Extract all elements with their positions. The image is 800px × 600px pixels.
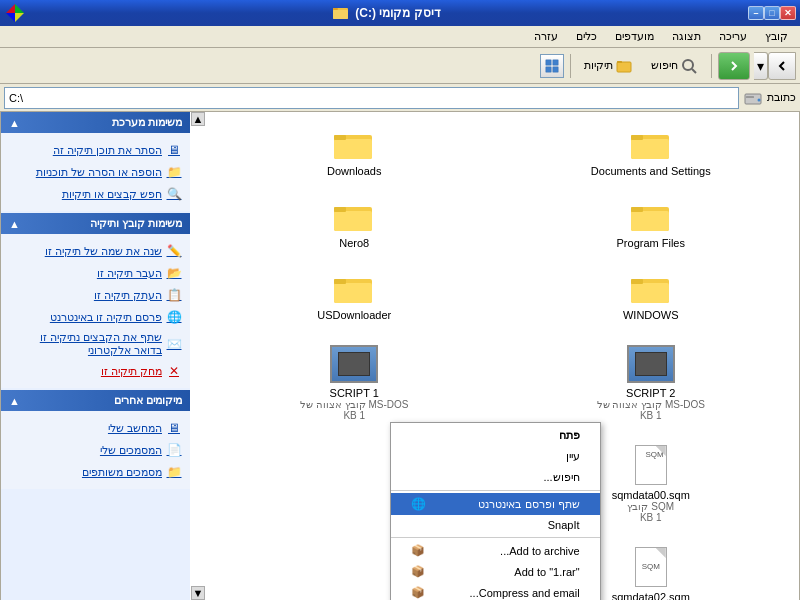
file-name: Nero8 xyxy=(339,237,369,249)
title-folder-icon xyxy=(333,5,349,21)
list-item[interactable]: WINDOWS xyxy=(513,266,790,328)
file-tasks-header[interactable]: משימות קובץ ותיקיה ▲ xyxy=(1,213,190,234)
sidebar-publish[interactable]: 🌐 פרסם תיקיה זו באינטרנט xyxy=(9,306,182,328)
sidebar-link-text: מסמכים משותפים xyxy=(82,466,162,479)
system-tasks-content: 🖥 הסתר את תוכן תיקיה זה 📁 הוספה או הסרה … xyxy=(1,133,190,211)
file-name: SCRIPT 2 xyxy=(626,387,675,399)
other-places-header[interactable]: מיקומים אחרים ▲ xyxy=(1,390,190,411)
file-size: 1 KB xyxy=(343,410,365,421)
list-item[interactable]: Downloads xyxy=(216,122,493,184)
ctx-browse[interactable]: עיין xyxy=(391,446,600,467)
ctx-snapit[interactable]: SnapIt xyxy=(391,515,600,535)
folders-button[interactable]: תיקיות xyxy=(577,53,640,79)
list-item[interactable]: Program Files xyxy=(513,194,790,256)
file-name: Downloads xyxy=(327,165,381,177)
close-button[interactable]: ✕ xyxy=(780,6,796,20)
forward-button[interactable] xyxy=(718,52,750,80)
sidebar-my-docs[interactable]: 📄 המסמכים שלי xyxy=(9,439,182,461)
svg-rect-23 xyxy=(631,207,643,212)
folder-icon xyxy=(334,273,374,305)
menu-view[interactable]: תצוגה xyxy=(664,28,709,45)
back-button[interactable] xyxy=(768,52,796,80)
ctx-compress-icon: 📦 xyxy=(411,586,425,599)
svg-line-5 xyxy=(692,69,696,73)
ctx-separator-1 xyxy=(391,490,600,491)
menu-file[interactable]: קובץ xyxy=(757,28,796,45)
monitor-icon: 🖥 xyxy=(166,142,182,158)
collapse-icon: ▲ xyxy=(9,218,20,230)
svg-rect-9 xyxy=(553,59,558,64)
menu-bar: קובץ עריכה תצוגה מועדפים כלים עזרה xyxy=(0,26,800,48)
file-size: 1 KB xyxy=(640,410,662,421)
maximize-button[interactable]: □ xyxy=(764,6,780,20)
scroll-up-button[interactable]: ▲ xyxy=(191,112,205,126)
main-area: ▲ ▼ Documents and Settings xyxy=(0,112,800,600)
sidebar-search-files[interactable]: 🔍 חפש קבצים או תיקיות xyxy=(9,183,182,205)
svg-rect-11 xyxy=(553,66,558,71)
sidebar-my-computer[interactable]: 🖥 המחשב שלי xyxy=(9,417,182,439)
programs-icon: 📁 xyxy=(166,164,182,180)
sidebar-rename[interactable]: ✏️ שנה את שמה של תיקיה זו xyxy=(9,240,182,262)
docs-icon: 📄 xyxy=(166,442,182,458)
folders-label: תיקיות xyxy=(584,59,613,72)
ctx-search[interactable]: חיפוש... xyxy=(391,467,600,488)
address-input[interactable] xyxy=(4,87,739,109)
sidebar-link-text: שנה את שמה של תיקיה זו xyxy=(45,245,162,258)
scroll-down-button[interactable]: ▼ xyxy=(191,586,205,600)
back-dropdown[interactable]: ▾ xyxy=(754,52,768,80)
file-name: Program Files xyxy=(617,237,685,249)
svg-rect-16 xyxy=(631,139,669,159)
svg-rect-1 xyxy=(333,10,348,19)
other-places-title: מיקומים אחרים xyxy=(114,394,182,407)
svg-rect-31 xyxy=(334,283,372,303)
toolbar: ▾ חיפוש תיקיות xyxy=(0,48,800,84)
sidebar-hide-folder[interactable]: 🖥 הסתר את תוכן תיקיה זה xyxy=(9,139,182,161)
move-icon: 📂 xyxy=(166,265,182,281)
sidebar-add-remove[interactable]: 📁 הוספה או הסרה של תוכניות xyxy=(9,161,182,183)
sidebar-shared-docs[interactable]: 📁 מסמכים משותפים xyxy=(9,461,182,483)
window-title: דיסק מקומי (:C) xyxy=(355,6,440,20)
other-places-section: מיקומים אחרים ▲ 🖥 המחשב שלי 📄 המסמכים של… xyxy=(1,390,190,489)
svg-rect-20 xyxy=(334,135,346,140)
back-button-group[interactable]: ▾ xyxy=(754,52,796,80)
file-name: WINDOWS xyxy=(623,309,679,321)
grid-view-button[interactable] xyxy=(540,54,564,78)
ctx-open[interactable]: פתח xyxy=(391,425,600,446)
system-tasks-header[interactable]: משימות מערכת ▲ xyxy=(1,112,190,133)
list-item[interactable]: Nero8 xyxy=(216,194,493,256)
file-sub: SQM קובץ xyxy=(627,501,674,512)
sqm-icon: SQM xyxy=(635,445,667,485)
menu-tools[interactable]: כלים xyxy=(568,28,605,45)
system-tasks-title: משימות מערכת xyxy=(112,116,182,129)
list-item[interactable]: SCRIPT 2 MS-DOS קובץ אצווה של 1 KB xyxy=(513,338,790,428)
rename-icon: ✏️ xyxy=(166,243,182,259)
search-icon: 🔍 xyxy=(166,186,182,202)
sidebar-link-text: המחשב שלי xyxy=(108,422,162,435)
menu-edit[interactable]: עריכה xyxy=(711,28,755,45)
sidebar-delete[interactable]: ✕ מחק תיקיה זו xyxy=(9,360,182,382)
sidebar-link-text: מחק תיקיה זו xyxy=(101,365,162,378)
list-item[interactable]: Documents and Settings xyxy=(513,122,790,184)
sidebar-move[interactable]: 📂 העבר תיקיה זו xyxy=(9,262,182,284)
file-name: sqmdata02.sqm xyxy=(612,591,690,600)
search-button[interactable]: חיפוש xyxy=(644,53,705,79)
ctx-share-web[interactable]: שתף ופרסם באינטרנט 🌐 xyxy=(391,493,600,515)
list-item[interactable]: SCRIPT 1 MS-DOS קובץ אצווה של 1 KB xyxy=(216,338,493,428)
script-icon xyxy=(330,345,378,383)
folder-icon xyxy=(631,201,671,233)
svg-rect-19 xyxy=(334,139,372,159)
ctx-add-archive[interactable]: Add to archive... 📦 xyxy=(391,540,600,561)
menu-help[interactable]: עזרה xyxy=(526,28,566,45)
list-item[interactable]: USDownloader xyxy=(216,266,493,328)
folder-icon xyxy=(631,129,671,161)
minimize-button[interactable]: – xyxy=(748,6,764,20)
sidebar-email[interactable]: ✉️ שתף את הקבצים נתיקיה זו בדואר אלקטרונ… xyxy=(9,328,182,360)
menu-favorites[interactable]: מועדפים xyxy=(607,28,662,45)
ctx-compress-email[interactable]: Compress and email... 📦 xyxy=(391,582,600,600)
file-name: sqmdata00.sqm xyxy=(612,489,690,501)
sidebar-link-text: חפש קבצים או תיקיות xyxy=(62,188,162,201)
svg-rect-28 xyxy=(631,283,669,303)
svg-rect-25 xyxy=(334,211,372,231)
sidebar-copy[interactable]: 📋 העתק תיקיה זו xyxy=(9,284,182,306)
ctx-add-1rar[interactable]: "Add to "1.rar 📦 xyxy=(391,561,600,582)
